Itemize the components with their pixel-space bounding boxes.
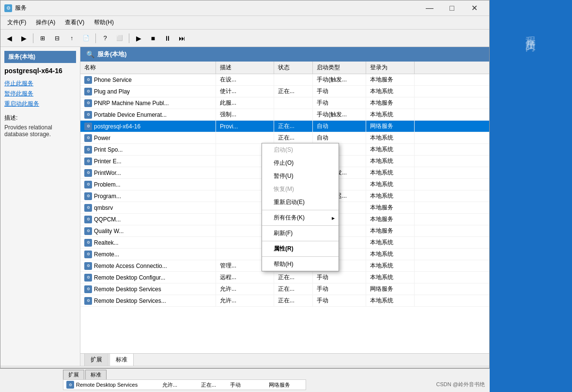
stop-service-link[interactable]: 停止此服务 <box>4 79 76 88</box>
window-controls: — □ ✕ <box>418 0 485 16</box>
panel-header-title: 服务(本地) <box>97 50 127 59</box>
cell-login: 本地系统 <box>366 156 415 167</box>
taskbar-service-desc: 允许... <box>160 380 199 390</box>
start-button[interactable]: ▶ <box>132 32 145 45</box>
show-tree-button[interactable]: ⊞ <box>36 32 49 45</box>
cell-desc: 允许... <box>216 295 274 306</box>
cell-desc: 使计... <box>216 86 274 97</box>
cell-startup: 手动 <box>313 86 366 97</box>
app-icon: ⚙ <box>4 4 12 12</box>
context-menu-separator <box>262 225 339 226</box>
service-name-text: qmbsrv <box>94 204 113 211</box>
service-name-text: PNRP Machine Name Publ... <box>94 100 169 107</box>
taskbar-service-row: ⚙ Remote Desktop Services 允许... 正在... 手动… <box>63 379 306 390</box>
cell-startup: 手动 <box>313 295 366 306</box>
bottom-tabs: 扩展 标准 <box>80 353 489 366</box>
menu-bar: 文件(F) 操作(A) 查看(V) 帮助(H) <box>0 16 489 30</box>
service-name-text: Printer E... <box>94 158 122 165</box>
cell-desc: Provi... <box>216 121 274 132</box>
taskbar-service-icon: ⚙ <box>66 381 74 389</box>
context-menu-item[interactable]: 重新启动(E) <box>262 196 339 209</box>
table-row[interactable]: ⚙ PNRP Machine Name Publ... 此服... 手动 本地服… <box>80 97 489 109</box>
cell-name: ⚙ Power <box>80 132 216 143</box>
col-startup[interactable]: 启动类型 <box>313 62 366 74</box>
maximize-button[interactable]: □ <box>441 0 463 16</box>
cell-name: ⚙ Problem... <box>80 179 216 190</box>
table-row[interactable]: ⚙ Remote Desktop Services 允许... 正在... 手动… <box>80 283 489 295</box>
pause-button[interactable]: ⏸ <box>161 32 174 45</box>
cell-desc: 强制... <box>216 109 274 120</box>
cell-desc: 此服... <box>216 97 274 109</box>
service-row-icon: ⚙ <box>84 285 92 293</box>
cell-login: 本地系统 <box>366 144 415 155</box>
tab-standard[interactable]: 标准 <box>109 353 134 366</box>
service-name-text: postgresql-x64-16 <box>94 123 140 130</box>
cell-name: ⚙ PrintWor... <box>80 167 216 178</box>
minimize-button[interactable]: — <box>418 0 441 16</box>
context-menu-item: 恢复(M) <box>262 183 339 196</box>
table-row[interactable]: ⚙ Remote Desktop Services... 允许... 正在...… <box>80 295 489 307</box>
hide-tree-button[interactable]: ⊟ <box>50 32 64 45</box>
cell-login: 本地服务 <box>366 214 415 225</box>
col-login[interactable]: 登录为 <box>366 62 415 74</box>
refresh-up-button[interactable]: ↑ <box>65 32 78 45</box>
table-row[interactable]: ⚙ Portable Device Enumerat... 强制... 手动(触… <box>80 109 489 121</box>
context-menu-item[interactable]: 刷新(F) <box>262 227 339 240</box>
table-row[interactable]: ⚙ Plug and Play 使计... 正在... 手动 本地系统 <box>80 86 489 97</box>
table-row[interactable]: ⚙ Power 正在... 自动 本地系统 <box>80 132 489 144</box>
context-menu-separator <box>262 241 339 241</box>
service-row-icon: ⚙ <box>84 204 92 212</box>
cell-name: ⚙ Print Spo... <box>80 144 216 155</box>
service-row-icon: ⚙ <box>84 239 92 247</box>
info-button[interactable]: ⬜ <box>113 32 126 45</box>
cell-login: 本地服务 <box>366 202 415 213</box>
close-button[interactable]: ✕ <box>463 0 485 16</box>
cell-status: 正在... <box>274 283 313 295</box>
col-name[interactable]: 名称 <box>80 62 216 74</box>
tab-extend[interactable]: 扩展 <box>84 353 108 366</box>
menu-file[interactable]: 文件(F) <box>2 16 31 29</box>
context-menu-item[interactable]: 帮助(H) <box>262 258 339 271</box>
cell-name: ⚙ postgresql-x64-16 <box>80 121 216 132</box>
help-button[interactable]: ? <box>98 32 112 45</box>
taskbar-tab-extend[interactable]: 扩展 <box>63 370 84 379</box>
toolbar-sep-3 <box>129 33 129 43</box>
forward-button[interactable]: ▶ <box>17 32 31 45</box>
service-row-icon: ⚙ <box>84 192 92 200</box>
cell-status: 正在... <box>274 121 313 132</box>
menu-view[interactable]: 查看(V) <box>60 16 89 29</box>
context-menu-item[interactable]: 停止(O) <box>262 157 339 170</box>
restart-service-link[interactable]: 重启动此服务 <box>4 100 76 108</box>
back-button[interactable]: ◀ <box>2 32 16 45</box>
cell-name: ⚙ Remote Access Connectio... <box>80 260 216 271</box>
table-row[interactable]: ⚙ Phone Service 在设... 手动(触发... 本地服务 <box>80 74 489 86</box>
service-name-text: Portable Device Enumerat... <box>94 111 167 118</box>
context-menu-item[interactable]: 属性(R) <box>262 242 339 255</box>
cell-login: 网络服务 <box>366 283 415 295</box>
menu-action[interactable]: 操作(A) <box>31 16 60 29</box>
col-status[interactable]: 状态 <box>274 62 313 74</box>
taskbar-tab-standard[interactable]: 标准 <box>85 370 107 379</box>
menu-help[interactable]: 帮助(H) <box>89 16 119 29</box>
service-row-icon: ⚙ <box>84 274 92 282</box>
cell-name: ⚙ Program... <box>80 190 216 202</box>
table-row[interactable]: ⚙ postgresql-x64-16 Provi... 正在... 自动 网络… <box>80 121 489 132</box>
toolbar-sep-1 <box>33 33 33 43</box>
stop-button[interactable]: ■ <box>146 32 160 45</box>
context-menu-item[interactable]: 所有任务(K) <box>262 211 339 224</box>
cell-name: ⚙ qmbsrv <box>80 202 216 213</box>
context-menu-item[interactable]: 暂停(U) <box>262 170 339 183</box>
left-panel-header[interactable]: 服务(本地) <box>4 51 76 63</box>
context-menu-separator <box>262 210 339 210</box>
export-button[interactable]: 📄 <box>79 32 93 45</box>
restart-button[interactable]: ⏭ <box>175 32 189 45</box>
col-desc[interactable]: 描述 <box>216 62 274 74</box>
context-menu: 启动(S)停止(O)暂停(U)恢复(M)重新启动(E)所有任务(K)刷新(F)属… <box>262 143 339 271</box>
service-name-text: Quality W... <box>94 228 124 235</box>
service-row-icon: ⚙ <box>84 227 92 235</box>
pause-service-link[interactable]: 暂停此服务 <box>4 90 76 98</box>
table-row[interactable]: ⚙ Remote Desktop Configur... 远程... 正在...… <box>80 272 489 283</box>
cell-name: ⚙ Realtek... <box>80 237 216 248</box>
service-name-text: Plug and Play <box>94 88 130 95</box>
cell-status: 正在... <box>274 272 313 283</box>
